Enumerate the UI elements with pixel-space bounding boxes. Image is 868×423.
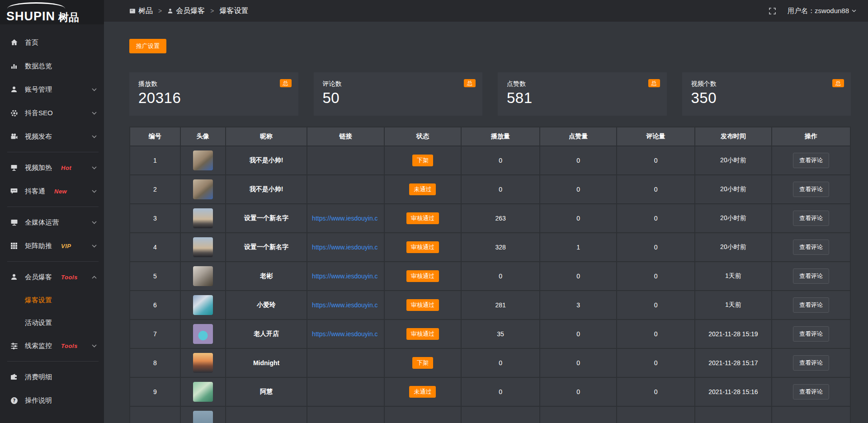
username-menu[interactable]: 用户名：zswodun88 [788, 7, 856, 15]
publish-time [695, 406, 772, 423]
sidebar-item-omnimedia[interactable]: 全媒体运营 [0, 211, 104, 234]
breadcrumb-label: 会员爆客 [176, 6, 205, 16]
status-badge: 审核通过 [406, 241, 439, 253]
comments-count: 0 [617, 175, 694, 204]
likes-count: 0 [540, 175, 617, 204]
view-comments-button[interactable]: 查看评论 [793, 384, 829, 400]
sidebar-item-video-heat[interactable]: 视频加热 Hot [0, 156, 104, 179]
link-cell: https://www.iesdouyin.c [307, 320, 384, 348]
sidebar-item-label: 视频发布 [25, 132, 52, 141]
chat-icon [10, 187, 18, 195]
home-icon [10, 38, 18, 47]
sidebar-item-doukertong[interactable]: 抖客通 New [0, 179, 104, 203]
sidebar-item-lead-monitor[interactable]: 线索监控 Tools [0, 334, 104, 357]
row-number: 9 [130, 377, 180, 406]
stats-cards: 播放数 20316 总 评论数 50 总 点赞数 581 总 视频个数 350 [129, 72, 851, 116]
table-row: 7 老人开店 https://www.iesdouyin.c 审核通过 35 0… [130, 320, 850, 348]
stat-label: 点赞数 [507, 80, 658, 88]
status-badge: 未通过 [409, 183, 436, 195]
tools-badge: Tools [61, 343, 78, 349]
view-comments-button[interactable]: 查看评论 [793, 326, 829, 342]
chevron-down-icon [92, 88, 97, 91]
logo-arc [7, 2, 65, 9]
action-cell: 查看评论 [772, 377, 850, 406]
row-number: 3 [130, 204, 180, 233]
status-badge: 下架 [412, 357, 433, 369]
video-link[interactable]: https://www.iesdouyin.c [312, 273, 383, 280]
videos-table: 编号 头像 昵称 链接 状态 播放量 点赞量 评论量 发布时间 操作 1 我 [129, 127, 851, 423]
video-link[interactable]: https://www.iesdouyin.c [312, 330, 383, 338]
status-cell: 下架 [384, 348, 462, 377]
table-row: 2 我不是小帅! 未通过 0 0 0 20小时前 查看评论 [130, 175, 850, 204]
video-link[interactable]: https://www.iesdouyin.c [312, 244, 383, 251]
sidebar-subitem-activity-settings[interactable]: 活动设置 [0, 311, 104, 334]
likes-count: 3 [540, 291, 617, 320]
avatar-cell [180, 377, 226, 406]
breadcrumb-item-member-baoke[interactable]: 会员爆客 [167, 6, 205, 16]
col-header-nickname: 昵称 [226, 127, 307, 146]
sidebar-item-instructions[interactable]: ? 操作说明 [0, 389, 104, 412]
status-badge: 下架 [412, 155, 433, 166]
sidebar-item-matrix-boost[interactable]: 矩阵助推 VIP [0, 234, 104, 258]
plays-count: 0 [461, 175, 540, 204]
status-cell: 审核通过 [384, 233, 462, 262]
sidebar-item-label: 会员爆客 [25, 273, 52, 282]
view-comments-button[interactable]: 查看评论 [793, 355, 829, 371]
chevron-down-icon [92, 166, 97, 169]
breadcrumb-item-shupin[interactable]: 树品 [129, 6, 153, 16]
action-cell [772, 406, 850, 423]
sidebar-item-member-baoke[interactable]: 会员爆客 Tools [0, 265, 104, 289]
view-comments-button[interactable]: 查看评论 [793, 182, 829, 197]
logo-text-cn: 树品 [58, 12, 79, 23]
status-cell: 审核通过 [384, 262, 462, 291]
fullscreen-icon[interactable] [769, 8, 776, 14]
publish-time: 20小时前 [695, 175, 772, 204]
comments-count: 0 [617, 291, 694, 320]
view-comments-button[interactable]: 查看评论 [793, 240, 829, 255]
sidebar-item-label: 全媒体运营 [25, 218, 59, 227]
view-comments-button[interactable]: 查看评论 [793, 268, 829, 284]
likes-count: 0 [540, 377, 617, 406]
comments-count: 0 [617, 348, 694, 377]
sidebar-item-consumption-details[interactable]: 消费明细 [0, 365, 104, 389]
sidebar-subitem-baoke-settings[interactable]: 爆客设置 [0, 289, 104, 311]
video-link[interactable]: https://www.iesdouyin.c [312, 215, 383, 222]
status-cell: 审核通过 [384, 204, 462, 233]
brand-logo[interactable]: SHUPIN 树品 [0, 0, 104, 24]
total-badge: 总 [464, 79, 476, 87]
row-number: 6 [130, 291, 180, 320]
main-area: 树品 > 会员爆客 > 爆客设置 [104, 0, 868, 423]
sidebar-item-video-publish[interactable]: 视频发布 [0, 125, 104, 148]
publish-time: 2021-11-28 15:19 [695, 320, 772, 348]
col-header-comments: 评论量 [617, 127, 694, 146]
view-comments-button[interactable]: 查看评论 [793, 153, 829, 168]
sidebar-item-account[interactable]: 账号管理 [0, 78, 104, 101]
action-cell: 查看评论 [772, 348, 850, 377]
row-number: 7 [130, 320, 180, 348]
view-comments-button[interactable]: 查看评论 [793, 297, 829, 313]
action-cell: 查看评论 [772, 175, 850, 204]
chevron-down-icon [852, 9, 856, 12]
avatar [193, 237, 213, 257]
sidebar-item-douyin-seo[interactable]: 抖音SEO [0, 101, 104, 125]
table-row [130, 406, 850, 423]
chevron-down-icon [92, 344, 97, 348]
row-number: 1 [130, 146, 180, 175]
sidebar-item-home[interactable]: 首页 [0, 31, 104, 54]
breadcrumb-item-baoke-settings: 爆客设置 [219, 6, 248, 16]
status-badge: 审核通过 [406, 328, 439, 340]
heat-monitor-icon [10, 164, 18, 172]
status-cell: 审核通过 [384, 320, 462, 348]
sidebar-item-label: 操作说明 [25, 396, 52, 405]
video-link[interactable]: https://www.iesdouyin.c [312, 301, 383, 309]
action-cell: 查看评论 [772, 262, 850, 291]
comments-count: 0 [617, 146, 694, 175]
promotion-settings-button[interactable]: 推广设置 [129, 39, 166, 53]
stat-card-comments: 评论数 50 总 [314, 72, 483, 116]
sidebar-item-label: 账号管理 [25, 85, 52, 94]
breadcrumb-label: 爆客设置 [219, 6, 248, 16]
nickname: 老人开店 [226, 320, 307, 348]
sidebar-item-data-overview[interactable]: 数据总览 [0, 54, 104, 78]
sidebar-item-label: 数据总览 [25, 62, 52, 70]
view-comments-button[interactable]: 查看评论 [793, 211, 829, 226]
